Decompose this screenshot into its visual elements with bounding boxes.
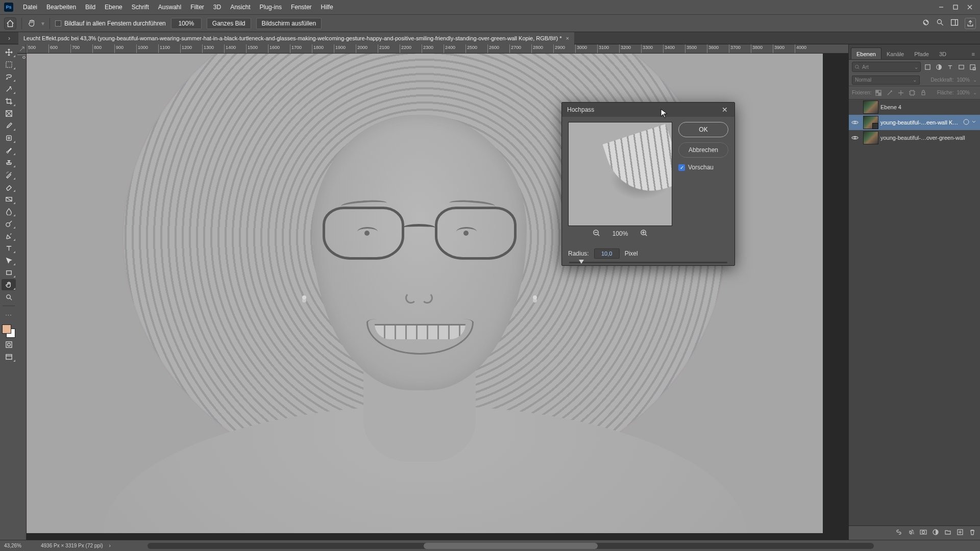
- tab-paths[interactable]: Pfade: [909, 48, 934, 59]
- layer-visibility-toggle[interactable]: [849, 134, 861, 141]
- marquee-tool[interactable]: [2, 59, 16, 70]
- lock-position-icon[interactable]: [886, 89, 894, 97]
- new-layer-icon[interactable]: [957, 529, 964, 537]
- filter-type-icon[interactable]: [945, 62, 954, 71]
- foreground-color-swatch[interactable]: [2, 324, 11, 334]
- gradient-tool[interactable]: [2, 193, 16, 205]
- layer-thumbnail[interactable]: [863, 101, 878, 114]
- layer-mask-icon[interactable]: [920, 529, 927, 537]
- menu-plugins[interactable]: Plug-ins: [255, 0, 286, 14]
- layer-row[interactable]: Ebene 4: [849, 99, 980, 115]
- type-tool[interactable]: [2, 242, 16, 254]
- preview-checkbox[interactable]: ✓ Vorschau: [678, 164, 728, 171]
- layer-name[interactable]: Ebene 4: [880, 104, 977, 110]
- zoom-out-button[interactable]: [593, 229, 600, 238]
- fill-value[interactable]: 100%: [957, 90, 970, 95]
- ok-button[interactable]: OK: [678, 122, 728, 137]
- hand-tool[interactable]: [2, 279, 16, 290]
- window-minimize-button[interactable]: [935, 3, 947, 12]
- search-icon[interactable]: [936, 18, 944, 28]
- zoom-level-field[interactable]: 100%: [171, 18, 202, 29]
- menu-3d[interactable]: 3D: [209, 0, 226, 14]
- menu-window[interactable]: Fenster: [286, 0, 316, 14]
- eraser-tool[interactable]: [2, 181, 16, 192]
- lock-all-icon[interactable]: [919, 89, 927, 97]
- link-layers-icon[interactable]: [895, 529, 902, 537]
- brush-tool[interactable]: [2, 144, 16, 156]
- layer-visibility-toggle[interactable]: [849, 119, 861, 126]
- menu-edit[interactable]: Bearbeiten: [42, 0, 81, 14]
- menu-type[interactable]: Schrift: [127, 0, 154, 14]
- fit-screen-button[interactable]: Ganzes Bild: [207, 18, 251, 29]
- blur-tool[interactable]: [2, 206, 16, 217]
- document-tab[interactable]: Leucht Effekt.psdc bei 43,3% (young-beau…: [18, 32, 574, 44]
- tab-3d[interactable]: 3D: [934, 48, 951, 59]
- filter-adjust-icon[interactable]: [934, 62, 943, 71]
- layer-filter-search[interactable]: Art ⌄: [852, 62, 921, 72]
- ruler-origin[interactable]: [17, 44, 27, 54]
- scroll-all-windows-checkbox[interactable]: Bildlauf in allen Fenstern durchführen: [55, 20, 166, 27]
- crop-tool[interactable]: [2, 95, 16, 107]
- lock-artboard-icon[interactable]: [908, 89, 916, 97]
- dialog-titlebar[interactable]: Hochpass ✕: [562, 103, 734, 117]
- magic-wand-tool[interactable]: [2, 83, 16, 94]
- frame-tool[interactable]: [2, 108, 16, 119]
- window-close-button[interactable]: [964, 3, 976, 12]
- layer-group-icon[interactable]: [944, 529, 951, 537]
- status-zoom[interactable]: 43,26%: [4, 543, 35, 548]
- cancel-button[interactable]: Abbrechen: [678, 142, 728, 158]
- menu-help[interactable]: Hilfe: [316, 0, 338, 14]
- dodge-tool[interactable]: [2, 218, 16, 229]
- panel-menu-button[interactable]: ≡: [967, 48, 980, 59]
- lock-pixels-icon[interactable]: [874, 89, 883, 97]
- radius-slider[interactable]: [562, 259, 734, 265]
- layer-thumbnail[interactable]: [863, 131, 878, 144]
- filter-smart-icon[interactable]: [968, 62, 977, 71]
- move-tool[interactable]: [2, 46, 16, 58]
- menu-view[interactable]: Ansicht: [226, 0, 255, 14]
- delete-layer-icon[interactable]: [969, 529, 976, 537]
- window-maximize-button[interactable]: [949, 3, 962, 12]
- vertical-ruler[interactable]: 0: [17, 54, 27, 540]
- workspace-icon[interactable]: [950, 18, 959, 28]
- horizontal-ruler[interactable]: 5006007008009001000110012001300140015001…: [27, 44, 848, 54]
- lasso-tool[interactable]: [2, 71, 16, 82]
- layer-thumbnail[interactable]: [863, 116, 878, 129]
- path-selection-tool[interactable]: [2, 255, 16, 266]
- lock-move-icon[interactable]: [897, 89, 905, 97]
- smart-filter-toggle-icon[interactable]: [963, 119, 969, 127]
- opacity-value[interactable]: 100%: [957, 77, 970, 83]
- cloud-sync-icon[interactable]: [922, 18, 930, 28]
- history-brush-tool[interactable]: [2, 169, 16, 180]
- filter-shape-icon[interactable]: [957, 62, 966, 71]
- zoom-tool[interactable]: [2, 291, 16, 303]
- color-swatches[interactable]: [2, 324, 15, 338]
- status-info-chevron[interactable]: ›: [109, 543, 110, 548]
- chevron-down-icon[interactable]: [971, 119, 977, 127]
- eyedropper-tool[interactable]: [2, 120, 16, 131]
- fill-screen-button[interactable]: Bildschirm ausfüllen: [256, 18, 322, 29]
- tab-list-button[interactable]: ›: [0, 35, 18, 42]
- filter-pixel-icon[interactable]: [923, 62, 932, 71]
- quick-mask-toggle[interactable]: [2, 339, 16, 350]
- horizontal-scrollbar[interactable]: [148, 543, 874, 549]
- share-button[interactable]: [965, 18, 976, 29]
- layer-name[interactable]: young-beautiful-…over-green-wall: [880, 135, 977, 141]
- menu-filter[interactable]: Filter: [186, 0, 209, 14]
- menu-file[interactable]: Datei: [18, 0, 42, 14]
- adjustment-layer-icon[interactable]: [932, 529, 939, 537]
- tab-channels[interactable]: Kanäle: [881, 48, 909, 59]
- menu-image[interactable]: Bild: [81, 0, 100, 14]
- home-button[interactable]: [4, 17, 16, 30]
- layer-row[interactable]: young-beautiful-…een-wall Kopie: [849, 115, 980, 130]
- blend-mode-select[interactable]: Normal⌄: [852, 76, 920, 85]
- layer-row[interactable]: young-beautiful-…over-green-wall: [849, 130, 980, 145]
- healing-brush-tool[interactable]: [2, 132, 16, 143]
- layer-style-icon[interactable]: fx: [908, 529, 915, 537]
- tab-layers[interactable]: Ebenen: [851, 47, 881, 59]
- dialog-close-button[interactable]: ✕: [720, 105, 729, 114]
- layer-name[interactable]: young-beautiful-…een-wall Kopie: [880, 119, 961, 126]
- pen-tool[interactable]: [2, 230, 16, 241]
- zoom-in-button[interactable]: [640, 229, 648, 238]
- menu-layer[interactable]: Ebene: [100, 0, 127, 14]
